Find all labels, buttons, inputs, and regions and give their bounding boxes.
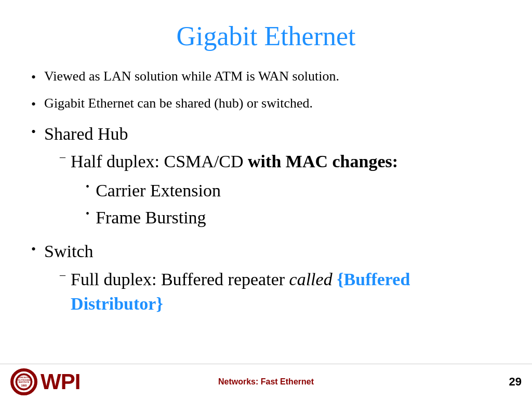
slide-content: • Viewed as LAN solution while ATM is WA… (31, 67, 501, 321)
bullet-text: Shared Hub (44, 124, 128, 143)
slide-footer: WORCESTER POLYTECHNIC INSTITUTE 1865 WPI… (0, 364, 532, 399)
bullet-icon: • (31, 68, 36, 87)
bullet-icon: • (86, 179, 89, 194)
bullet-icon: • (31, 123, 36, 141)
slide: Gigabit Ethernet • Viewed as LAN solutio… (0, 0, 532, 399)
bullet-text: Gigabit Ethernet can be shared (hub) or … (44, 94, 313, 113)
list-item: • Shared Hub – Half duplex: CSMA/CD with… (31, 122, 501, 232)
footer-page-number: 29 (418, 375, 522, 389)
list-item: • Viewed as LAN solution while ATM is WA… (31, 67, 501, 87)
highlighted-text: {Buffered Distributor} (71, 270, 410, 314)
svg-text:INSTITUTE: INSTITUTE (19, 381, 30, 383)
dash-icon: – (60, 267, 65, 283)
wpi-logo-circle: WORCESTER POLYTECHNIC INSTITUTE 1865 (10, 368, 37, 395)
bullet-icon: • (86, 206, 89, 221)
bullet-icon: • (31, 95, 36, 114)
svg-text:1865: 1865 (21, 384, 26, 387)
wpi-logo-inner: WORCESTER POLYTECHNIC INSTITUTE 1865 (12, 370, 35, 393)
dash-icon: – (60, 149, 65, 165)
bullet-icon: • (31, 240, 36, 259)
footer-course: Networks: Fast Ethernet (114, 377, 418, 387)
sub-list: – Full duplex: Buffered repeater called … (44, 267, 501, 316)
wpi-wordmark: WPI (41, 369, 80, 394)
bullet-text: Half duplex: CSMA/CD with MAC changes: (71, 149, 398, 174)
list-item: – Half duplex: CSMA/CD with MAC changes: (60, 149, 398, 174)
list-item: • Frame Bursting (86, 205, 398, 230)
bullet-text: Switch (44, 242, 93, 261)
list-item: • Switch – Full duplex: Buffered repeate… (31, 239, 501, 321)
list-item: • Carrier Extension (86, 178, 398, 203)
bullet-text: Carrier Extension (96, 178, 221, 203)
bold-text: with MAC changes: (248, 152, 398, 171)
bullet-text: Frame Bursting (96, 205, 206, 230)
sub-list: – Half duplex: CSMA/CD with MAC changes:… (44, 149, 398, 230)
italic-text: called (289, 270, 337, 289)
slide-title: Gigabit Ethernet (31, 16, 501, 51)
list-item: – Full duplex: Buffered repeater called … (60, 267, 501, 316)
wpi-logo: WORCESTER POLYTECHNIC INSTITUTE 1865 WPI (10, 368, 114, 395)
list-item: • Gigabit Ethernet can be shared (hub) o… (31, 94, 501, 114)
wpi-shield-svg: WORCESTER POLYTECHNIC INSTITUTE 1865 (15, 373, 33, 391)
bullet-text: Full duplex: Buffered repeater called {B… (71, 267, 501, 316)
bullet-text: Viewed as LAN solution while ATM is WAN … (44, 67, 339, 86)
